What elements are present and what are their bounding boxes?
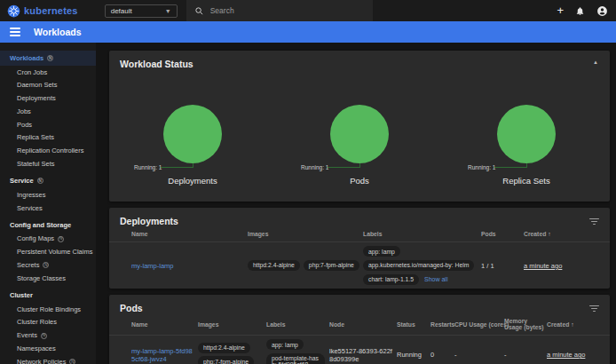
sidebar-section-config-and-storage: Config and Storage [0,218,96,233]
sidebar-item-events[interactable]: EventsN [0,329,96,343]
chevron-down-icon: ▼ [165,8,171,14]
column-header-created[interactable]: Created ↑ [547,317,599,332]
sidebar-header-label: Service [10,177,34,185]
created-ago-link[interactable]: a minute ago [524,262,562,270]
label-chip: app.kubernetes.io/managed-by: Helm [363,260,474,271]
node-cell: lke55127-86393-622f8d09399e [329,347,397,363]
namespaced-badge: N [58,236,64,242]
sidebar-item-ingresses[interactable]: Ingresses [0,188,96,202]
callout-line [359,163,360,168]
pie-legend: Running: 1 [468,164,495,170]
content-area: Workload Status ▲ Running: 1 Deployments… [96,43,616,364]
kubernetes-logo: kubernetes [7,4,78,18]
deployments-card: Deployments Name Images Labels Pods Crea… [109,208,610,289]
replica-sets-pie-section: Running: 1 Replica Sets [443,51,610,202]
pie-legend: Running: 1 [301,164,328,170]
column-header-labels: Labels [266,317,329,332]
sidebar-item-daemon-sets[interactable]: Daemon Sets [0,79,96,92]
callout-line [327,167,359,168]
brand-text: kubernetes [24,5,78,16]
cpu-usage: - [454,351,504,359]
pods-pie-section: Running: 1 Pods [276,51,443,202]
label-chip: app: lamp [363,246,400,257]
namespaced-badge: N [37,178,43,184]
sidebar-item-secrets[interactable]: SecretsN [0,259,96,273]
menu-hamburger-icon[interactable] [10,28,20,36]
sidebar-item-jobs[interactable]: Jobs [0,105,96,118]
image-chip: httpd:2.4-alpine [248,260,300,271]
image-chip: php:7-fpm-alpine [304,260,359,271]
pods-card-title: Pods [109,295,610,313]
sidebar-item-replication-controllers[interactable]: Replication Controllers [0,145,96,158]
deployment-name-link[interactable]: my-lamp-lamp [131,262,174,270]
sort-arrow-icon: ↑ [571,321,573,328]
replica-sets-pie-chart [497,105,556,163]
sidebar-item-replica-sets[interactable]: Replica Sets [0,131,96,145]
sidebar-item-cron-jobs[interactable]: Cron Jobs [0,66,96,79]
memory-usage: - [504,351,547,359]
pods-table-header: Name Images Labels Node Status Restarts … [109,313,610,336]
callout-line [494,167,526,168]
column-header-pods: Pods [481,226,524,241]
column-header-created[interactable]: Created ↑ [524,226,599,241]
table-row[interactable]: my-lamp-lamp-5fd985cf68-jwvz4 httpd:2.4-… [109,336,610,364]
sidebar-item-config-maps[interactable]: Config MapsN [0,233,96,246]
column-header-images: Images [198,317,266,332]
sidebar-item-service[interactable]: Service N [0,173,96,188]
callout-line [193,163,193,168]
pods-pie-chart [330,105,389,163]
sidebar-item-services[interactable]: Services [0,202,96,215]
show-all-link[interactable]: Show all [424,276,447,282]
column-header-name[interactable]: Name [131,226,248,241]
pie-label: Pods [276,176,443,186]
top-app-bar: kubernetes default ▼ + [0,0,616,21]
sidebar-item-cluster-roles[interactable]: Cluster Roles [0,316,96,329]
sidebar-item-persistent-volume-claims[interactable]: Persistent Volume ClaimsN [0,246,96,259]
image-chip: httpd:2.4-alpine [198,343,250,353]
column-header-restarts: Restarts [430,317,454,332]
sidebar-header-label: Workloads [10,54,43,62]
sidebar-item-stateful-sets[interactable]: Stateful Sets [0,158,96,171]
namespace-value: default [111,7,132,15]
search-input[interactable] [210,6,352,15]
pie-label: Replica Sets [443,176,610,186]
label-chip: app: lamp [266,339,304,350]
user-avatar-icon[interactable] [596,5,608,17]
notifications-bell-icon[interactable] [575,6,585,16]
label-chip: chart: lamp-1.1.5 [363,274,419,285]
callout-line [160,167,193,168]
namespaced-badge: N [47,55,53,61]
pod-status: Running [397,351,430,359]
sidebar-item-pods[interactable]: Pods [0,118,96,131]
deployments-pie-section: Running: 1 Deployments [109,51,276,202]
table-row[interactable]: my-lamp-lamp httpd:2.4-alpine php:7-fpm-… [109,242,610,289]
callout-line [526,163,527,168]
sidebar-item-namespaces[interactable]: Namespaces [0,343,96,356]
sidebar-item-storage-classes[interactable]: Storage Classes [0,272,96,285]
restarts-count: 0 [430,351,454,359]
sidebar-item-cluster-role-bindings[interactable]: Cluster Role Bindings [0,303,96,316]
page-title: Workloads [34,27,81,37]
image-chip: php:7-fpm-alpine [198,356,254,364]
sidebar-item-deployments[interactable]: Deployments [0,92,96,106]
sidebar-item-workloads[interactable]: Workloads N [0,51,96,66]
filter-icon[interactable] [588,218,599,226]
pie-label: Deployments [109,176,276,186]
labels-cell: app: lamp pod-template-hash: 5fd985cf68 [266,339,329,364]
column-header-memory: Memory Usage (bytes) [504,313,547,335]
filter-icon[interactable] [588,305,599,313]
deployments-card-title: Deployments [109,208,610,226]
pie-legend: Running: 1 [134,164,162,170]
sidebar-section-cluster: Cluster [0,288,96,303]
pod-name-link[interactable]: my-lamp-lamp-5fd985cf68-jwvz4 [131,347,193,363]
created-ago-link[interactable]: a minute ago [547,351,585,359]
column-header-images: Images [248,226,363,241]
namespace-selector[interactable]: default ▼ [105,4,178,18]
sidebar-item-network-policies[interactable]: Network PoliciesN [0,355,96,364]
column-header-name[interactable]: Name [131,317,198,332]
kubernetes-wheel-icon [7,4,20,18]
sidebar-header-label: Cluster [10,291,33,299]
create-resource-button[interactable]: + [557,5,564,16]
workload-status-charts: Running: 1 Deployments Running: 1 Pods R… [109,51,610,202]
search-bar[interactable] [186,0,373,21]
